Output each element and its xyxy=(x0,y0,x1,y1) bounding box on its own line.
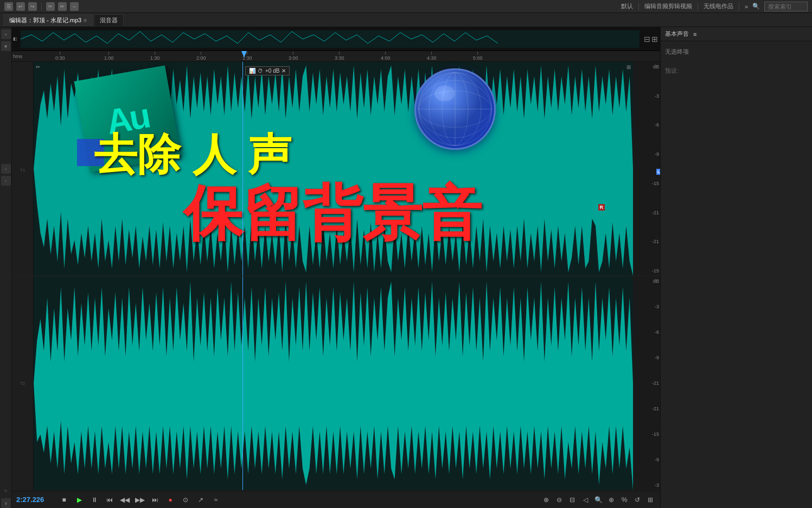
ruler-mark-500: 5:00 xyxy=(473,52,483,61)
zoom-percent-icon[interactable]: % xyxy=(619,494,630,505)
db2-minus6: -6 xyxy=(634,329,659,335)
playhead-triangle xyxy=(241,51,247,58)
playhead-cursor xyxy=(241,51,247,58)
playhead-line-1 xyxy=(242,62,243,276)
zoom-reset-icon[interactable]: ↺ xyxy=(632,494,643,505)
sidebar-btn-chevron[interactable]: ∨ xyxy=(1,498,11,508)
waveform-display-2[interactable] xyxy=(34,276,633,490)
waveform-overview[interactable]: ◧ ⊟ ⊞ xyxy=(12,27,660,51)
track-corner-icon: ✏ xyxy=(36,64,40,70)
db-minus15-1: -15 xyxy=(634,181,659,186)
search-input[interactable] xyxy=(764,2,808,11)
loop-icon[interactable]: ⊙ xyxy=(180,494,191,505)
db-scale-2: dB -3 -6 -9 -21 -21 -15 -9 -3 xyxy=(633,276,660,490)
zoom-fit-icon[interactable]: ⊟ xyxy=(644,35,650,43)
track-2-label: T2 xyxy=(20,381,25,386)
db2-minus15: -15 xyxy=(634,431,659,437)
zoom-mag-icon[interactable]: 🔍 xyxy=(593,494,604,505)
tooltip-time-icon: ⏱ xyxy=(258,68,263,74)
db2-minus3: -3 xyxy=(634,304,659,309)
track-1-header: T1 xyxy=(12,62,34,276)
right-panel-no-selection: 无选终项 xyxy=(661,41,812,62)
output-icon[interactable]: ↗ xyxy=(195,494,206,505)
zoom-in-icon[interactable]: ⊕ xyxy=(541,494,552,505)
to-end-button[interactable]: ⏭ xyxy=(150,494,161,505)
track-1[interactable]: T1 📊 xyxy=(12,62,660,276)
db-minus21-1: -21 xyxy=(634,210,659,215)
rewind-button[interactable]: ◀◀ xyxy=(119,494,130,505)
waveform-tooltip: 📊 ⏱ +0 dB ✕ xyxy=(245,66,290,75)
mic-globe xyxy=(414,68,501,155)
db2-header: dB xyxy=(634,278,659,284)
timeline-ruler: hms 0:30 1:00 1:30 2:00 2:30 xyxy=(12,51,660,62)
zoom-left-icon[interactable]: ◁ xyxy=(580,494,591,505)
r-badge: R xyxy=(598,204,605,211)
svg-point-9 xyxy=(434,86,455,101)
track-2-header: T2 xyxy=(12,276,34,490)
track-settings-icon[interactable]: ⊞ xyxy=(626,64,631,70)
mic-globe-circle xyxy=(414,68,496,150)
forward-button[interactable]: ▶▶ xyxy=(135,494,145,505)
db-scale-1: dB -3 -6 -9 -15 -21 -21 -15 L xyxy=(633,62,660,276)
waveform-svg-2 xyxy=(34,276,633,490)
left-sidebar: « ★ › › 0 ∨ xyxy=(0,27,12,508)
db-minus3-1: -3 xyxy=(634,93,659,99)
tool-2[interactable]: ✏ xyxy=(58,2,67,11)
sidebar-btn-arrow[interactable]: › xyxy=(1,164,11,174)
search-icon[interactable]: 🔍 xyxy=(752,3,760,10)
waveform-display-1[interactable]: 📊 ⏱ +0 dB ✕ ✏ ⊞ Au xyxy=(34,62,633,276)
sidebar-btn-arrow2[interactable]: › xyxy=(1,176,11,186)
zoom-mag2-icon[interactable]: ⊕ xyxy=(606,494,617,505)
zoom-full-icon[interactable]: ⊞ xyxy=(645,494,656,505)
undo-icon[interactable]: ↩ xyxy=(16,2,25,11)
db2-minus9: -9 xyxy=(634,355,659,360)
ruler-mark-430: 4:30 xyxy=(427,52,437,61)
time-display: 2:27.226 xyxy=(16,496,54,504)
db2-minus21a: -21 xyxy=(634,380,659,386)
tool-3[interactable]: ↔ xyxy=(70,2,79,11)
playback-bar: 2:27.226 ■ ▶ ⏸ ⏮ ◀◀ ▶▶ ⏭ ● ⊙ ↗ ≈ ⊕ ⊖ ⊟ ◁… xyxy=(12,491,660,508)
zoom-out-icon[interactable]: ⊖ xyxy=(554,494,565,505)
db-minus6-1: -6 xyxy=(634,122,659,128)
tooltip-bar-icon: 📊 xyxy=(249,68,255,74)
radio-workspace[interactable]: 无线电作品 xyxy=(704,2,733,10)
playhead-line-2 xyxy=(242,276,243,490)
overview-right-icons: ⊟ ⊞ xyxy=(642,35,660,43)
overview-settings-icon[interactable]: ⊞ xyxy=(651,35,658,43)
track-2[interactable]: T2 dB -3 -6 -9 -21 -21 xyxy=(12,276,660,491)
mix-icon[interactable]: ≈ xyxy=(210,494,221,505)
redo-icon[interactable]: ↪ xyxy=(28,2,37,11)
right-panel-menu-icon[interactable]: ≡ xyxy=(693,31,696,37)
main-layout: « ★ › › 0 ∨ ◧ ⊟ ⊞ xyxy=(0,27,812,508)
edit-workspace[interactable]: 编辑音频剪辑视频 xyxy=(644,2,692,10)
right-panel-preset: 预设: xyxy=(661,62,812,79)
tracks-container: T1 📊 xyxy=(12,62,660,491)
tab-editor[interactable]: 编辑器：郭顶 - 水星记.mp3 ≡ xyxy=(3,14,93,26)
l-marker: L xyxy=(656,169,660,175)
menu-icon[interactable]: ☰ xyxy=(4,2,13,11)
overview-waveform-svg xyxy=(21,30,640,48)
default-workspace[interactable]: 默认 xyxy=(621,2,633,10)
overview-icons: ◧ xyxy=(12,36,18,41)
tab-editor-close[interactable]: ≡ xyxy=(84,17,87,23)
ruler-mark-030: 0:30 xyxy=(55,52,65,61)
db-minus9-1: -9 xyxy=(634,151,659,157)
zoom-fit-icon2[interactable]: ⊟ xyxy=(567,494,578,505)
tab-mixer[interactable]: 混音器 xyxy=(94,14,124,26)
stop-button[interactable]: ■ xyxy=(59,494,69,505)
db-minus15-2: -15 xyxy=(634,268,659,274)
play-button[interactable]: ▶ xyxy=(74,494,85,505)
to-start-button[interactable]: ⏮ xyxy=(104,494,115,505)
tool-1[interactable]: ✂ xyxy=(46,2,55,11)
pause-button[interactable]: ⏸ xyxy=(89,494,100,505)
mic-globe-grid-svg xyxy=(416,70,494,148)
sidebar-btn-star[interactable]: ★ xyxy=(1,41,11,51)
sep4 xyxy=(739,3,739,10)
tooltip-close[interactable]: ✕ xyxy=(282,68,286,74)
waveform-overview-bar[interactable] xyxy=(21,30,640,48)
editor-area: ◧ ⊟ ⊞ hms 0:30 xyxy=(12,27,660,508)
record-button[interactable]: ● xyxy=(165,494,176,505)
more-workspaces[interactable]: » xyxy=(745,3,748,10)
sidebar-btn-1[interactable]: « xyxy=(1,29,11,39)
tooltip-db-value: +0 dB xyxy=(265,68,279,74)
